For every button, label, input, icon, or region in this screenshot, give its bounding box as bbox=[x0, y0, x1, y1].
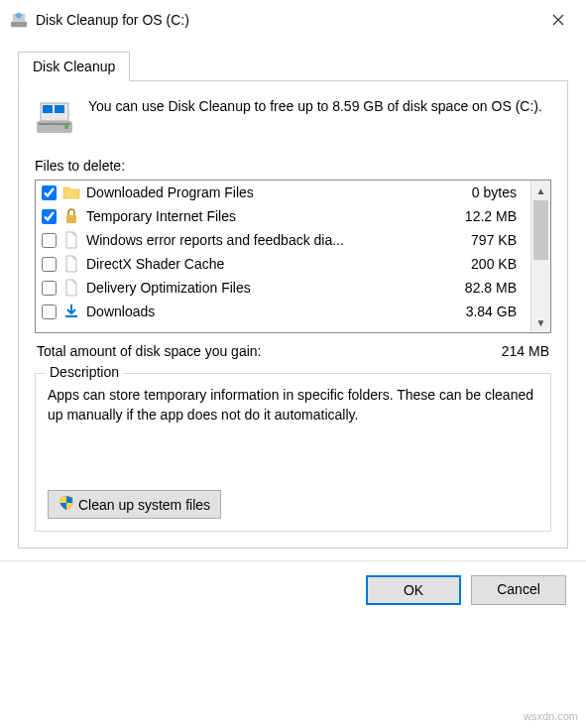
file-name: DirectX Shader Cache bbox=[86, 256, 465, 272]
svg-rect-6 bbox=[55, 105, 64, 113]
file-size: 0 bytes bbox=[472, 184, 525, 200]
cancel-button[interactable]: Cancel bbox=[471, 575, 566, 605]
file-list: Downloaded Program Files0 bytesTemporary… bbox=[35, 180, 551, 333]
clean-system-files-button[interactable]: Clean up system files bbox=[48, 490, 221, 519]
file-size: 200 KB bbox=[471, 256, 525, 272]
list-item[interactable]: Downloads3.84 GB bbox=[36, 300, 530, 323]
download-icon bbox=[62, 303, 80, 320]
lock-icon bbox=[62, 207, 80, 225]
list-item[interactable]: DirectX Shader Cache200 KB bbox=[36, 252, 530, 276]
scroll-down-icon[interactable]: ▼ bbox=[531, 312, 550, 332]
svg-rect-0 bbox=[11, 22, 27, 27]
total-label: Total amount of disk space you gain: bbox=[37, 343, 261, 359]
file-name: Downloads bbox=[86, 303, 460, 319]
svg-rect-8 bbox=[66, 215, 76, 223]
file-icon bbox=[62, 231, 80, 249]
dialog-footer: OK Cancel bbox=[0, 560, 586, 619]
scrollbar[interactable]: ▲ ▼ bbox=[530, 181, 550, 332]
list-item[interactable]: Windows error reports and feedback dia..… bbox=[36, 228, 530, 252]
watermark: wsxdn.com bbox=[524, 710, 578, 722]
folder-icon bbox=[62, 183, 80, 201]
svg-rect-3 bbox=[39, 123, 70, 125]
list-item[interactable]: Delivery Optimization Files82.8 MB bbox=[36, 276, 530, 300]
svg-point-7 bbox=[64, 125, 68, 129]
file-checkbox[interactable] bbox=[42, 233, 57, 248]
scroll-thumb[interactable] bbox=[533, 200, 548, 260]
list-item[interactable]: Downloaded Program Files0 bytes bbox=[36, 181, 530, 204]
file-size: 3.84 GB bbox=[466, 303, 525, 319]
description-legend: Description bbox=[46, 364, 123, 380]
list-item[interactable]: Temporary Internet Files12.2 MB bbox=[36, 204, 530, 228]
tab-strip: Disk Cleanup bbox=[18, 52, 568, 81]
file-size: 12.2 MB bbox=[465, 208, 525, 224]
file-icon bbox=[62, 279, 80, 297]
file-checkbox[interactable] bbox=[42, 185, 57, 200]
total-value: 214 MB bbox=[502, 343, 549, 359]
file-size: 82.8 MB bbox=[465, 280, 525, 296]
file-name: Delivery Optimization Files bbox=[86, 280, 459, 296]
file-checkbox[interactable] bbox=[42, 304, 57, 319]
file-checkbox[interactable] bbox=[42, 257, 57, 272]
file-name: Downloaded Program Files bbox=[86, 184, 466, 200]
info-text: You can use Disk Cleanup to free up to 8… bbox=[88, 97, 542, 140]
titlebar: Disk Cleanup for OS (C:) bbox=[0, 0, 586, 40]
close-button[interactable] bbox=[540, 6, 576, 34]
file-checkbox[interactable] bbox=[42, 209, 57, 224]
shield-icon bbox=[59, 495, 74, 514]
drive-icon bbox=[35, 97, 74, 140]
tab-disk-cleanup[interactable]: Disk Cleanup bbox=[18, 52, 130, 81]
file-name: Temporary Internet Files bbox=[86, 208, 459, 224]
clean-system-files-label: Clean up system files bbox=[78, 497, 210, 513]
file-icon bbox=[62, 255, 80, 273]
window-title: Disk Cleanup for OS (C:) bbox=[36, 12, 540, 28]
svg-rect-9 bbox=[65, 315, 77, 317]
file-name: Windows error reports and feedback dia..… bbox=[86, 232, 465, 248]
description-text: Apps can store temporary information in … bbox=[48, 386, 538, 480]
file-checkbox[interactable] bbox=[42, 281, 57, 296]
file-size: 797 KB bbox=[471, 232, 525, 248]
tab-panel: You can use Disk Cleanup to free up to 8… bbox=[18, 81, 568, 548]
scroll-up-icon[interactable]: ▲ bbox=[531, 181, 550, 200]
description-group: Description Apps can store temporary inf… bbox=[35, 373, 551, 532]
disk-cleanup-icon bbox=[10, 11, 28, 29]
ok-button[interactable]: OK bbox=[366, 575, 461, 605]
svg-rect-5 bbox=[43, 105, 53, 113]
files-to-delete-label: Files to delete: bbox=[35, 158, 551, 174]
